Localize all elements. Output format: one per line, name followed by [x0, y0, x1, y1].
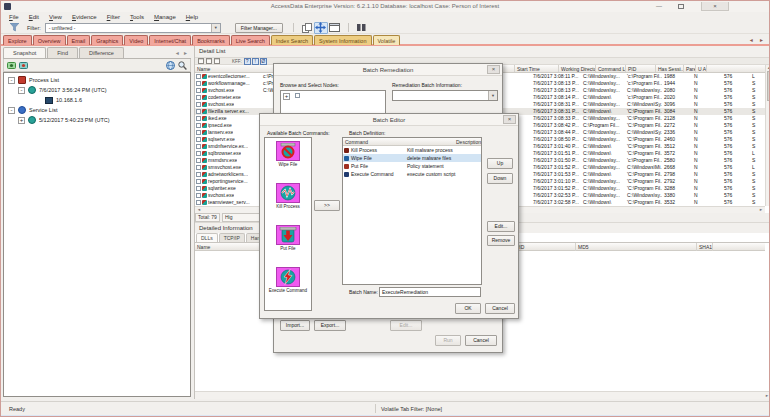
- tree-expander[interactable]: -: [8, 77, 15, 84]
- main-tab[interactable]: Live Search: [231, 35, 270, 45]
- row-checkbox[interactable]: [196, 144, 201, 149]
- dialog-title-bar[interactable]: Batch Remediation ×: [274, 64, 502, 76]
- tree-row[interactable]: - Process List: [4, 75, 190, 85]
- menu-item[interactable]: Evidence: [67, 12, 102, 22]
- row-checkbox[interactable]: [196, 88, 201, 93]
- row-checkbox[interactable]: [196, 102, 201, 107]
- chevron-down-icon[interactable]: ▼: [211, 24, 220, 32]
- menu-item[interactable]: Edit: [24, 12, 44, 22]
- detailed-info-tab[interactable]: DLLs: [196, 233, 218, 242]
- left-panel-tab[interactable]: Difference: [79, 47, 124, 58]
- list-view-icon[interactable]: [206, 58, 212, 64]
- copy-icon[interactable]: [300, 22, 314, 34]
- left-panel-tab[interactable]: Find: [47, 47, 78, 58]
- filter-dropdown[interactable]: - unfiltered - ▼: [45, 23, 221, 33]
- main-tab[interactable]: Bookmarks: [192, 35, 230, 45]
- row-checkbox[interactable]: [196, 193, 201, 198]
- row-checkbox[interactable]: [196, 172, 201, 177]
- main-tab[interactable]: Volatile: [373, 35, 401, 45]
- scroll-right-icon[interactable]: ►: [765, 392, 769, 399]
- command-item[interactable]: Kill Process: [265, 183, 311, 225]
- kff-filter-button[interactable]: Ø: [260, 58, 267, 65]
- kff-filter-button[interactable]: ?: [244, 58, 251, 65]
- row-checkbox[interactable]: [196, 95, 201, 100]
- tree-row[interactable]: - Service List: [4, 105, 190, 115]
- add-command-button[interactable]: >>: [314, 200, 340, 211]
- main-tab[interactable]: Overview: [33, 35, 66, 45]
- tree-expander[interactable]: -: [18, 87, 25, 94]
- up-button[interactable]: Up: [487, 158, 513, 169]
- cancel-button[interactable]: Cancel: [465, 335, 497, 346]
- kff-filter-button[interactable]: !: [252, 58, 259, 65]
- main-tab[interactable]: Video: [124, 35, 148, 45]
- cancel-button[interactable]: Cancel: [485, 303, 515, 314]
- menu-item[interactable]: File: [4, 12, 24, 22]
- row-checkbox[interactable]: [196, 74, 201, 79]
- tree-row[interactable]: 10.168.1.6: [4, 95, 190, 105]
- close-button[interactable]: ×: [701, 2, 729, 11]
- left-panel-tab[interactable]: Snapshot: [3, 47, 46, 58]
- close-icon[interactable]: ×: [503, 115, 516, 124]
- column-header[interactable]: Command: [343, 138, 454, 145]
- menu-item[interactable]: Help: [181, 12, 203, 22]
- column-header[interactable]: Name: [195, 243, 261, 250]
- row-checkbox[interactable]: [196, 151, 201, 156]
- main-tab[interactable]: Graphics: [91, 35, 123, 45]
- row-checkbox[interactable]: [196, 116, 201, 121]
- row-checkbox[interactable]: [196, 186, 201, 191]
- maximize-button[interactable]: [675, 2, 687, 11]
- close-icon[interactable]: ×: [487, 65, 500, 74]
- row-checkbox[interactable]: [196, 123, 201, 128]
- batch-definition-row[interactable]: Kill Process Kill malware process: [343, 146, 481, 154]
- row-checkbox[interactable]: [196, 137, 201, 142]
- main-tab[interactable]: Explore: [3, 35, 32, 45]
- column-header[interactable]: Parent PID: [684, 65, 696, 72]
- minimize-button[interactable]: —: [653, 2, 665, 11]
- left-tab-scroll-arrows[interactable]: ◄ ►: [175, 50, 189, 56]
- column-settings-icon[interactable]: [355, 22, 369, 34]
- column-header[interactable]: Description: [454, 138, 481, 145]
- chevron-down-icon[interactable]: ▼: [488, 91, 497, 100]
- vertical-scrollbar[interactable]: ▲: [765, 65, 770, 206]
- tree-row[interactable]: - 7/6/2017 3:56:24 PM (UTC): [4, 85, 190, 95]
- ok-button[interactable]: OK: [455, 303, 481, 314]
- column-header[interactable]: Command Line: [596, 65, 626, 72]
- column-header[interactable]: MD5: [576, 243, 697, 251]
- column-header[interactable]: U A: [696, 65, 707, 72]
- detailed-info-tab[interactable]: TCP/IP: [219, 233, 245, 242]
- command-item[interactable]: Put File: [265, 225, 311, 267]
- run-button[interactable]: Run: [435, 335, 461, 346]
- row-checkbox[interactable]: [196, 81, 201, 86]
- dialog-title-bar[interactable]: Batch Editor ×: [260, 114, 518, 126]
- column-header[interactable]: SHA1: [697, 243, 713, 251]
- batch-name-input[interactable]: ExecuteRemediation: [379, 287, 481, 297]
- menu-item[interactable]: Manage: [149, 12, 181, 22]
- tree-row[interactable]: + 5/12/2017 5:40:23 PM (UTC): [4, 115, 190, 125]
- column-header[interactable]: PID: [514, 243, 576, 251]
- menu-item[interactable]: Tools: [125, 12, 149, 22]
- column-header[interactable]: Working Directory: [559, 65, 596, 72]
- batch-info-dropdown[interactable]: ▼: [392, 90, 498, 101]
- tree-expander[interactable]: +: [283, 93, 290, 100]
- column-header[interactable]: PID: [626, 65, 656, 72]
- batch-definition-row[interactable]: Wipe File delete malware files: [343, 154, 481, 162]
- tab-scroll-arrows[interactable]: ◄ ►: [749, 37, 766, 43]
- edit-button[interactable]: Edit...: [390, 320, 422, 331]
- batch-definition-row[interactable]: Put File Policy statement: [343, 162, 481, 170]
- down-button[interactable]: Down: [487, 173, 513, 184]
- move-pan-icon[interactable]: [314, 22, 328, 34]
- layout-frame-icon[interactable]: [328, 22, 342, 34]
- row-checkbox[interactable]: [196, 179, 201, 184]
- edit-button[interactable]: Edit...: [487, 221, 515, 232]
- node-checkbox[interactable]: [295, 93, 300, 98]
- import-button[interactable]: Import...: [280, 320, 310, 331]
- main-tab[interactable]: Email: [67, 35, 91, 45]
- export-button[interactable]: Export...: [314, 320, 346, 331]
- remove-button[interactable]: Remove: [487, 235, 515, 246]
- row-checkbox[interactable]: [196, 130, 201, 135]
- tree-expander[interactable]: +: [18, 117, 25, 124]
- menu-item[interactable]: View: [44, 12, 67, 22]
- row-checkbox[interactable]: [196, 109, 201, 114]
- tree-expander[interactable]: -: [8, 107, 15, 114]
- detail-view-icon[interactable]: [214, 58, 220, 64]
